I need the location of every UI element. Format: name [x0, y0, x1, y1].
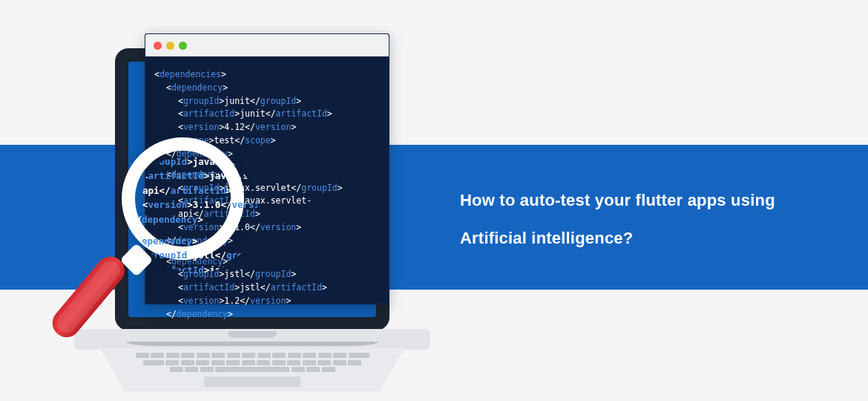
- headline-text: How to auto-test your flutter apps using…: [460, 182, 775, 257]
- code-editor-window: <dependencies><dependency><groupId>junit…: [145, 33, 389, 304]
- headline-line-1: How to auto-test your flutter apps using: [460, 182, 775, 220]
- keyboard-row: [130, 367, 375, 372]
- trackpad: [204, 376, 300, 387]
- laptop-deck: [100, 348, 404, 391]
- headline-line-2: Artificial intelligence?: [460, 220, 775, 258]
- keyboard-row: [130, 353, 375, 358]
- window-titlebar: [145, 34, 389, 56]
- close-icon: [154, 42, 162, 50]
- keyboard: [130, 353, 375, 374]
- laptop-hinge: [126, 342, 378, 346]
- keyboard-row: [130, 360, 375, 365]
- code-content: <dependencies><dependency><groupId>junit…: [145, 56, 389, 333]
- minimize-icon: [166, 42, 174, 50]
- maximize-icon: [179, 42, 187, 50]
- laptop-illustration: <dependencies><dependency><groupId>junit…: [74, 26, 430, 375]
